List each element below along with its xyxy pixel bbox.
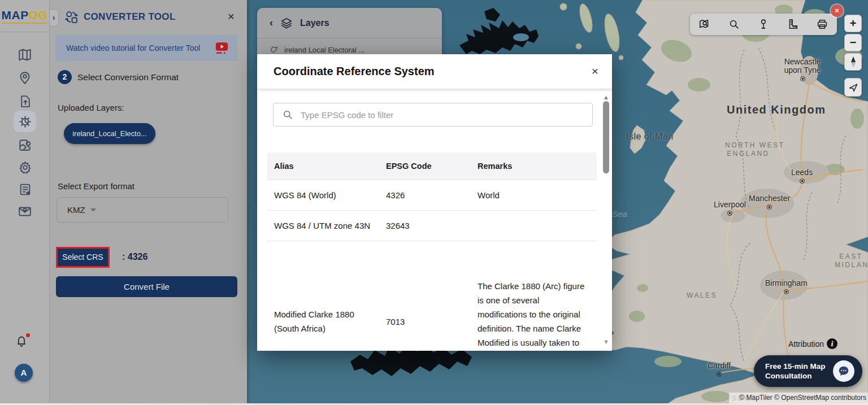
epsg-filter-input[interactable] [301, 110, 592, 120]
uploaded-layer-chip[interactable]: ireland_Local_Electo... [64, 123, 155, 144]
map-marker-icon [18, 138, 32, 153]
search-icon [282, 109, 293, 120]
overview-map-icon[interactable] [698, 18, 711, 31]
panel-title: CONVERTER TOOL [84, 11, 176, 23]
location-pin-icon [18, 71, 32, 85]
crs-table-body: WGS 84 (World)4326WorldWGS 84 / UTM zone… [267, 180, 597, 351]
epsg-header: EPSG Code [379, 153, 471, 180]
attribution-label: Attribution [788, 339, 824, 349]
sidebar-item-settings[interactable] [14, 156, 36, 178]
export-format-select[interactable]: KMZ [57, 197, 228, 223]
info-icon[interactable]: i [827, 338, 837, 349]
remarks-cell: World [471, 180, 597, 211]
convert-file-button[interactable]: Convert File [56, 276, 237, 297]
export-format-value: KMZ [67, 205, 85, 215]
crs-table: Alias EPSG Code Remarks WGS 84 (World)43… [267, 153, 597, 351]
consultation-button[interactable]: Free 15-min Map Consultation [754, 355, 862, 387]
map-copyright[interactable]: © MapTiler © OpenStreetMap contributors [729, 393, 868, 403]
step-label: Select Conversion Format [77, 72, 179, 82]
alias-cell: WGS 84 (World) [267, 180, 379, 211]
vector-layer-icon [270, 45, 279, 54]
navigate-arrow-icon [848, 82, 859, 93]
mail-pin-icon [18, 204, 32, 219]
table-row[interactable]: WGS 84 / UTM zone 43N32643 [267, 211, 597, 241]
step-number-badge: 2 [58, 70, 72, 84]
settings-gear-icon [18, 160, 32, 175]
survey-pin-icon[interactable] [757, 18, 770, 31]
compass-button[interactable] [844, 53, 862, 71]
mapog-logo[interactable]: MAPOG [0, 0, 49, 32]
converter-icon [64, 10, 79, 24]
select-crs-button[interactable]: Select CRS [56, 247, 110, 268]
converter-header: CONVERTER TOOL × › [50, 0, 247, 34]
table-row[interactable]: Modified Clarke 1880 (South Africa)7013T… [267, 241, 597, 351]
export-format-label: Select Export format [58, 181, 134, 191]
modal-title: Coordinate Reference System [257, 65, 435, 78]
sidebar-item-converter[interactable] [14, 111, 36, 132]
sidebar-item-location[interactable] [14, 67, 36, 89]
map-toolbar [690, 14, 837, 35]
epsg-cell: 32643 [379, 211, 471, 241]
chat-bubble-icon[interactable] [833, 360, 854, 382]
back-chevron-icon[interactable]: ‹ [270, 17, 273, 29]
layer-item-label: ireland Local Electoral ... [284, 46, 364, 54]
epsg-cell: 7013 [379, 241, 471, 351]
panel-collapse-chevron[interactable]: › [49, 9, 59, 27]
locate-button[interactable] [844, 78, 862, 97]
layer-list-item[interactable]: ireland Local Electoral ... [257, 38, 442, 54]
measure-icon[interactable] [787, 18, 799, 31]
step-row: 2 Select Conversion Format [58, 70, 179, 84]
search-icon[interactable] [728, 18, 740, 31]
video-tutorial-banner[interactable]: Watch video tutorial for Converter Tool [55, 35, 237, 61]
compass-icon [849, 56, 858, 68]
scroll-up-arrow[interactable]: ▲ [603, 94, 609, 101]
video-tutorial-label: Watch video tutorial for Converter Tool [55, 43, 214, 53]
toolbar-close-badge[interactable]: × [831, 5, 843, 17]
remarks-cell: The Clarke 1880 (Arc) figure is one of s… [471, 241, 597, 351]
remarks-header: Remarks [471, 153, 597, 180]
layers-panel-header: ‹ Layers [257, 8, 442, 38]
layers-panel-title: Layers [300, 18, 329, 28]
table-header-row: Alias EPSG Code Remarks [267, 153, 597, 180]
map-icon [18, 47, 32, 62]
report-list-icon [18, 182, 32, 197]
youtube-icon[interactable] [214, 41, 229, 55]
sidebar-item-upload[interactable] [14, 90, 36, 112]
table-row[interactable]: WGS 84 (World)4326World [267, 180, 597, 211]
crs-modal: Coordinate Reference System × Alias EPSG… [257, 54, 612, 351]
remarks-cell [471, 211, 597, 241]
print-icon[interactable] [816, 18, 828, 31]
layers-icon [280, 17, 293, 29]
attribution-control[interactable]: Attribution i [788, 338, 837, 349]
user-avatar[interactable]: A [15, 364, 33, 382]
converter-tool-panel: CONVERTER TOOL × › Watch video tutorial … [50, 0, 247, 405]
sidebar-item-map[interactable] [14, 44, 36, 66]
sidebar-item-report[interactable] [14, 178, 36, 200]
file-upload-icon [18, 94, 32, 108]
alias-cell: Modified Clarke 1880 (South Africa) [267, 241, 379, 351]
alias-header: Alias [267, 153, 379, 180]
modal-close-button[interactable]: × [592, 64, 598, 78]
zoom-in-button[interactable]: + [844, 15, 862, 32]
alias-cell: WGS 84 / UTM zone 43N [267, 211, 379, 241]
notification-dot [26, 333, 30, 337]
epsg-cell: 4326 [379, 180, 471, 211]
uploaded-layers-label: Uploaded Layers: [58, 103, 124, 112]
selected-crs-value: : 4326 [122, 252, 147, 262]
panel-close-button[interactable]: × [228, 10, 235, 23]
app-sidebar: MAPOG [0, 0, 50, 405]
dropdown-caret-icon [90, 208, 96, 212]
converter-gear-icon [18, 114, 33, 129]
epsg-search-box [273, 103, 593, 127]
scroll-down-arrow[interactable]: ▼ [603, 338, 609, 345]
modal-header: Coordinate Reference System × [257, 54, 612, 89]
sidebar-item-mail[interactable] [14, 201, 36, 222]
zoom-out-button[interactable]: − [844, 34, 862, 51]
scrollbar-thumb[interactable] [603, 101, 609, 173]
sidebar-item-map-marker[interactable] [14, 134, 36, 156]
